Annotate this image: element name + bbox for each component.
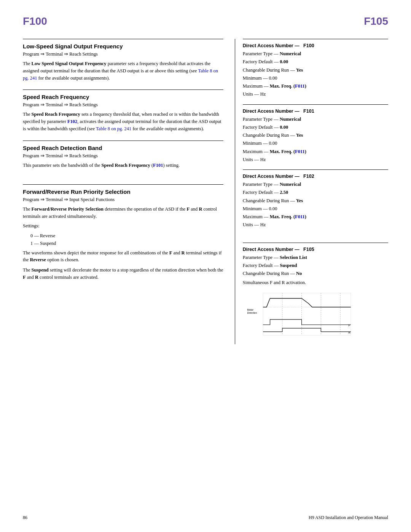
section-f105-settings: 0 — Reverse 1 — Suspend (30, 232, 223, 247)
right-column: Direct Access Number — F100 Parameter Ty… (235, 39, 388, 344)
f100-changeable: Changeable During Run — Yes (243, 66, 388, 74)
section-f100-right: Direct Access Number — F100 Parameter Ty… (243, 39, 388, 104)
f101-param-type: Parameter Type — Numerical (243, 115, 388, 123)
f105-changeable: Changeable During Run — No (243, 270, 388, 278)
section-f105-title: Forward/Reverse Run Priority Selection (23, 189, 223, 195)
page-footer: 86 H9 ASD Installation and Operation Man… (23, 515, 388, 521)
page-number: 86 (23, 515, 27, 521)
section-f102-right: Direct Access Number — F102 Parameter Ty… (243, 169, 388, 235)
section-f102-left: Speed Reach Detection Band Program ⇒ Ter… (23, 141, 223, 177)
f102-changeable: Changeable During Run — Yes (243, 197, 388, 205)
page-header: F100 F105 (23, 15, 388, 27)
f101-direct-access: Direct Access Number — F101 (243, 109, 388, 114)
f105-param-type: Parameter Type — Selection List (243, 254, 388, 262)
section-f100-left: Low-Speed Signal Output Frequency Progra… (23, 39, 223, 89)
svg-text:Motor: Motor (247, 308, 253, 311)
page-title-left: F100 (23, 15, 47, 27)
section-f102-breadcrumb: Program ⇒ Terminal ⇒ Reach Settings (23, 153, 223, 159)
f102-minimum: Minimum — 0.00 (243, 205, 388, 213)
svg-text:R: R (348, 331, 350, 334)
page-title-right: F105 (364, 15, 388, 27)
f100-units: Units — Hz (243, 90, 388, 98)
content-area: Low-Speed Signal Output Frequency Progra… (23, 39, 388, 344)
f100-maximum: Maximum — Max. Freq. (F011) (243, 82, 388, 90)
section-f101-title: Speed Reach Frequency (23, 94, 223, 100)
section-f100-breadcrumb: Program ⇒ Terminal ⇒ Reach Settings (23, 51, 223, 57)
section-f105-desc1: The Forward/Reverse Priority Selection d… (23, 206, 223, 220)
f100-direct-access: Direct Access Number — F100 (243, 43, 388, 48)
svg-text:F: F (348, 324, 350, 328)
section-f105-settings-label: Settings: (23, 222, 223, 230)
waveform-svg: Motor Direction (243, 291, 357, 337)
section-f100-title: Low-Speed Signal Output Frequency (23, 43, 223, 50)
f101-factory-default: Factory Default — 0.00 (243, 123, 388, 131)
f101-units: Units — Hz (243, 156, 388, 164)
f102-direct-access: Direct Access Number — F102 (243, 174, 388, 179)
section-f101-desc: The Speed Reach Frequency sets a frequen… (23, 111, 223, 132)
f100-param-type: Parameter Type — Numerical (243, 50, 388, 58)
section-f101-right: Direct Access Number — F101 Parameter Ty… (243, 104, 388, 170)
f105-factory-default: Factory Default — Suspend (243, 262, 388, 270)
f105-simultaneous-note: Simultaneous F and R activation. (243, 280, 388, 286)
page: F100 F105 Low-Speed Signal Output Freque… (0, 0, 411, 532)
svg-text:Direction: Direction (247, 312, 257, 314)
f101-maximum: Maximum — Max. Freq. (F011) (243, 148, 388, 156)
f101-changeable: Changeable During Run — Yes (243, 131, 388, 139)
left-column: Low-Speed Signal Output Frequency Progra… (23, 39, 235, 344)
f105-direct-access: Direct Access Number — F105 (243, 247, 388, 252)
waveform-diagram: Motor Direction (243, 291, 357, 339)
f100-minimum: Minimum — 0.00 (243, 74, 388, 82)
f102-maximum: Maximum — Max. Freq. (F011) (243, 213, 388, 221)
section-f105-desc3: The Suspend setting will decelerate the … (23, 267, 223, 281)
section-f101-breadcrumb: Program ⇒ Terminal ⇒ Reach Settings (23, 102, 223, 108)
svg-rect-2 (263, 293, 351, 335)
setting-0: 0 — Reverse (30, 232, 223, 240)
f102-factory-default: Factory Default — 2.50 (243, 189, 388, 197)
setting-1: 1 — Suspend (30, 240, 223, 247)
section-f105-left: Forward/Reverse Run Priority Selection P… (23, 184, 223, 289)
f102-units: Units — Hz (243, 221, 388, 229)
section-f102-title: Speed Reach Detection Band (23, 145, 223, 151)
f101-minimum: Minimum — 0.00 (243, 139, 388, 147)
f100-factory-default: Factory Default — 0.00 (243, 58, 388, 66)
section-f105-desc2: The waveforms shown depict the motor res… (23, 249, 223, 264)
manual-title: H9 ASD Installation and Operation Manual (309, 515, 388, 521)
section-f105-right: Direct Access Number — F105 Parameter Ty… (243, 243, 388, 345)
section-f105-breadcrumb: Program ⇒ Terminal ⇒ Input Special Funct… (23, 197, 223, 203)
section-f100-desc: The Low Speed Signal Output Frequency pa… (23, 60, 223, 81)
section-f101-left: Speed Reach Frequency Program ⇒ Terminal… (23, 89, 223, 140)
section-f102-desc: This parameter sets the bandwidth of the… (23, 162, 223, 169)
f102-param-type: Parameter Type — Numerical (243, 181, 388, 189)
